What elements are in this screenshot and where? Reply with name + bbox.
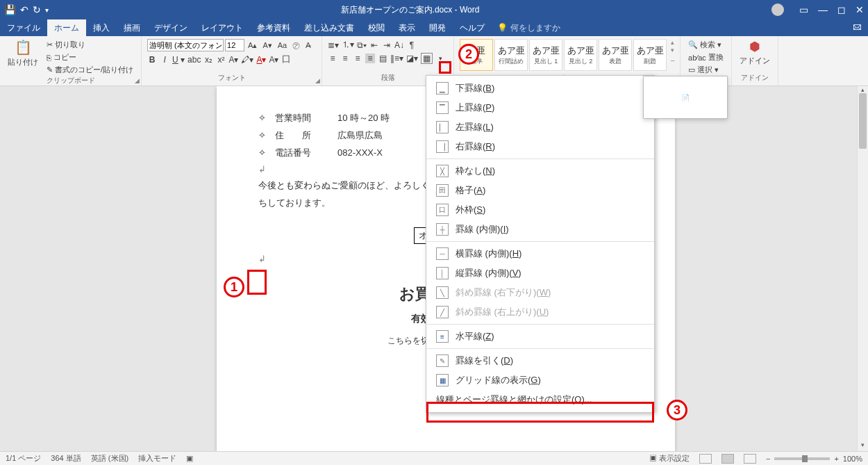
tab-help[interactable]: ヘルプ — [453, 19, 492, 36]
zoom-slider[interactable] — [774, 457, 830, 460]
tab-references[interactable]: 参考資料 — [250, 19, 297, 36]
scroll-thumb[interactable] — [859, 93, 867, 149]
align-center-button[interactable]: ≡ — [340, 54, 350, 63]
subscript-button[interactable]: x₂ — [203, 55, 213, 65]
char-shading-button[interactable]: A▾ — [269, 55, 278, 65]
text-effects-button[interactable]: A▾ — [228, 55, 238, 65]
tab-design[interactable]: デザイン — [147, 19, 194, 36]
style-見出し 1[interactable]: あア亜見出し 1 — [529, 39, 562, 71]
addin-icon[interactable]: ⬢ — [749, 39, 760, 54]
styles-more-icon[interactable]: ⎯ — [671, 54, 674, 61]
vertical-scrollbar[interactable]: ▴ ▾ — [857, 86, 868, 451]
minimize-icon[interactable]: — — [818, 4, 828, 15]
menu-top-border[interactable]: ▔上罫線(P) — [426, 98, 654, 117]
superscript-button[interactable]: x² — [216, 55, 226, 65]
tell-me[interactable]: 💡何をしますか — [492, 19, 566, 36]
menu-inside-h-border[interactable]: ─横罫線 (内側)(H) — [426, 244, 654, 263]
align-right-button[interactable]: ≡ — [353, 54, 362, 63]
zoom-in-icon[interactable]: + — [834, 455, 838, 463]
view-print-icon[interactable] — [721, 454, 734, 464]
italic-button[interactable]: I — [160, 55, 169, 65]
justify-button[interactable]: ≡ — [365, 54, 375, 63]
menu-outside-border[interactable]: 口外枠(S) — [426, 200, 654, 220]
phonetic-icon[interactable]: Aa — [276, 40, 289, 50]
menu-inside-border[interactable]: ┼罫線 (内側)(I) — [426, 220, 654, 239]
strike-button[interactable]: abc — [187, 55, 201, 65]
format-painter-button[interactable]: ✎ 書式のコピー/貼り付け — [44, 64, 135, 76]
undo-icon[interactable]: ↶ — [20, 4, 28, 15]
bullets-button[interactable]: ≣▾ — [328, 40, 339, 50]
shrink-font-icon[interactable]: A▾ — [260, 40, 274, 51]
multilevel-button[interactable]: ⧉▾ — [357, 40, 367, 50]
addin-button[interactable]: アドイン — [737, 55, 772, 67]
inc-indent-button[interactable]: ⇥ — [382, 40, 392, 50]
line-spacing-button[interactable]: ‖≡▾ — [390, 54, 403, 63]
shading-button[interactable]: ◪▾ — [406, 54, 418, 63]
replace-button[interactable]: ab⁄ac 置換 — [686, 51, 726, 63]
dec-indent-button[interactable]: ⇤ — [369, 40, 379, 50]
style-見出し 2[interactable]: あア亜見出し 2 — [564, 39, 597, 71]
distribute-button[interactable]: ▤ — [378, 54, 387, 63]
show-marks-button[interactable]: ¶ — [407, 40, 417, 50]
style-行間詰め[interactable]: あア亜行間詰め — [494, 39, 528, 71]
highlight-button[interactable]: 🖍▾ — [241, 55, 253, 65]
account-icon[interactable] — [771, 3, 784, 16]
share-button[interactable]: 🖂 — [846, 19, 868, 36]
scroll-down-icon[interactable]: ▾ — [858, 441, 868, 451]
styles-scroll-up-icon[interactable]: ▴ — [671, 39, 674, 46]
menu-inside-v-border[interactable]: │縦罫線 (内側)(V) — [426, 263, 654, 283]
zoom-out-icon[interactable]: − — [766, 455, 770, 463]
cut-button[interactable]: ✂ 切り取り — [44, 39, 135, 51]
close-icon[interactable]: ✕ — [856, 4, 864, 15]
view-web-icon[interactable] — [744, 454, 756, 464]
tab-insert[interactable]: 挿入 — [86, 19, 117, 36]
underline-button[interactable]: U ▾ — [172, 55, 185, 65]
align-left-button[interactable]: ≡ — [328, 54, 337, 63]
borders-button[interactable]: ▦ — [421, 53, 433, 64]
status-language[interactable]: 英語 (米国) — [91, 453, 128, 464]
char-border-button[interactable]: 囗 — [281, 54, 291, 65]
menu-no-border[interactable]: ╳枠なし(N) — [426, 161, 654, 181]
font-size-input[interactable] — [225, 39, 244, 51]
view-read-icon[interactable] — [699, 454, 712, 464]
font-color-button[interactable]: A▾ — [256, 55, 266, 65]
ribbon-options-icon[interactable]: ▭ — [799, 4, 808, 15]
grow-font-icon[interactable]: A▴ — [246, 40, 259, 51]
tab-draw[interactable]: 描画 — [117, 19, 147, 36]
menu-right-border[interactable]: ▕右罫線(R) — [426, 137, 654, 156]
status-words[interactable]: 364 単語 — [51, 453, 81, 464]
status-display-settings[interactable]: ▣ 表示設定 — [649, 453, 690, 464]
menu-view-gridlines[interactable]: ▦グリッド線の表示(G) — [426, 370, 654, 390]
styles-scroll-down-icon[interactable]: ▾ — [671, 47, 674, 54]
style-表題[interactable]: あア亜表題 — [599, 39, 632, 71]
font-name-input[interactable] — [147, 39, 224, 51]
menu-bottom-border[interactable]: ▁下罫線(B) — [426, 79, 654, 98]
enclose-icon[interactable]: ㋐ — [290, 40, 302, 51]
tab-review[interactable]: 校閲 — [361, 19, 392, 36]
style-副題[interactable]: あア亜副題 — [633, 39, 667, 71]
tab-mailings[interactable]: 差し込み文書 — [297, 19, 361, 36]
tab-home[interactable]: ホーム — [47, 19, 86, 36]
paste-button[interactable]: 貼り付け — [6, 56, 40, 68]
tab-developer[interactable]: 開発 — [422, 19, 453, 36]
maximize-icon[interactable]: ◻ — [837, 4, 846, 15]
clipboard-dialog-launcher-icon[interactable]: ◢ — [135, 77, 140, 84]
copy-button[interactable]: ⎘ コピー — [44, 51, 135, 63]
status-insert-mode[interactable]: 挿入モード — [138, 453, 176, 464]
menu-left-border[interactable]: ▏左罫線(L) — [426, 117, 654, 137]
menu-horizontal-line[interactable]: ≡水平線(Z) — [426, 327, 654, 346]
status-page[interactable]: 1/1 ページ — [6, 453, 41, 464]
tab-layout[interactable]: レイアウト — [194, 19, 250, 36]
tab-view[interactable]: 表示 — [392, 19, 422, 36]
numbering-button[interactable]: ⒈▾ — [342, 39, 354, 51]
status-macro-icon[interactable]: ▣ — [186, 454, 193, 463]
menu-draw-border[interactable]: ✎罫線を引く(D) — [426, 351, 654, 370]
sort-button[interactable]: A↓ — [394, 40, 404, 50]
save-icon[interactable]: 💾 — [4, 4, 16, 15]
tab-file[interactable]: ファイル — [0, 19, 47, 36]
font-dialog-launcher-icon[interactable]: ◢ — [315, 77, 320, 84]
find-button[interactable]: 🔍 検索 ▾ — [686, 39, 724, 51]
menu-all-borders[interactable]: 田格子(A) — [426, 181, 654, 200]
zoom-level[interactable]: 100% — [843, 455, 862, 463]
paste-icon[interactable]: 📋 — [15, 39, 32, 56]
